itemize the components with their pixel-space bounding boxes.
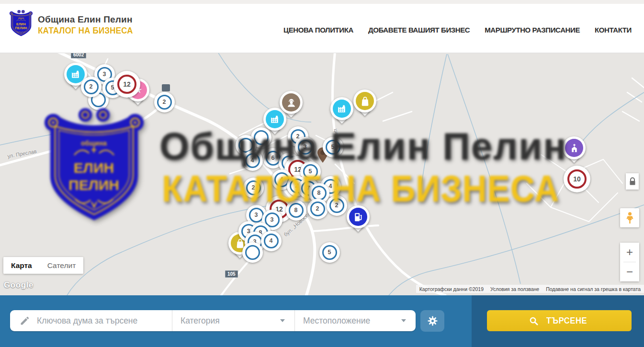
chevron-down-icon <box>401 319 406 322</box>
google-logo[interactable]: Google <box>4 280 34 290</box>
location-select[interactable]: Местоположение <box>294 310 416 331</box>
search-icon <box>529 316 538 325</box>
keyword-field <box>10 310 172 331</box>
main-nav: ЦЕНОВА ПОЛИТИКА ДОБАВЕТЕ ВАШИЯТ БИЗНЕС М… <box>283 7 632 53</box>
brand-title: Община Елин Пелин <box>38 14 136 25</box>
municipality-emblem-icon <box>9 9 34 38</box>
site-header: Община Елин Пелин КАТАЛОГ НА БИЗНЕСА ЦЕН… <box>0 0 644 53</box>
cluster-marker[interactable] <box>242 242 263 263</box>
map-type-control: Карта Сателит <box>3 257 83 274</box>
brand-logo[interactable]: Община Елин Пелин КАТАЛОГ НА БИЗНЕСА <box>9 9 136 38</box>
map-pin-shopping-bag[interactable] <box>353 90 376 112</box>
street-view-pegman-button[interactable] <box>620 208 639 227</box>
search-button-label: ТЪРСЕНЕ <box>546 315 587 326</box>
pegman-icon <box>624 212 636 224</box>
category-select[interactable]: Категория <box>172 310 294 331</box>
lock-button[interactable] <box>626 173 639 190</box>
lock-icon <box>629 177 636 186</box>
category-select-label: Категория <box>181 316 220 326</box>
cluster-marker[interactable]: 10 <box>564 166 590 192</box>
location-select-label: Местоположение <box>303 316 370 326</box>
cluster-marker[interactable]: 2 <box>81 77 102 97</box>
map-pin-factory[interactable] <box>330 97 353 120</box>
cluster-marker[interactable]: 5 <box>319 242 340 263</box>
search-bar: Категория Местоположение ТЪРСЕНЕ <box>0 295 644 347</box>
map-type-map-button[interactable]: Карта <box>3 257 40 274</box>
attribution-report-link[interactable]: Подаване на сигнал за грешка в картата <box>546 286 641 292</box>
nav-item-pricing-policy[interactable]: ЦЕНОВА ПОЛИТИКА <box>283 26 353 34</box>
cluster-marker[interactable]: 2 <box>154 92 175 112</box>
chevron-down-icon <box>280 319 285 322</box>
map-type-satellite-button[interactable]: Сателит <box>40 257 83 274</box>
zoom-in-button[interactable]: + <box>620 243 639 262</box>
map-pin-worker[interactable] <box>280 91 303 114</box>
cluster-marker[interactable]: 12 <box>113 71 140 98</box>
pencil-icon <box>20 316 30 326</box>
brand-subtitle: КАТАЛОГ НА БИЗНЕСА <box>38 26 133 36</box>
search-fields-group: Категория Местоположение <box>10 310 416 331</box>
nav-item-route-schedule[interactable]: МАРШРУТНО РАЗПИСАНИЕ <box>485 26 580 34</box>
watermark-subtitle: КАТАЛОГ НА БИЗНЕСА <box>162 168 559 210</box>
search-input[interactable] <box>36 315 153 326</box>
attribution-copyright: Картографски данни ©2019 <box>419 286 484 292</box>
map-attribution: Картографски данни ©2019 Условия за полз… <box>416 285 644 293</box>
nav-item-contacts[interactable]: КОНТАКТИ <box>595 26 632 34</box>
gear-icon <box>427 315 438 326</box>
zoom-control: + − <box>620 243 639 281</box>
top-strip <box>0 0 644 4</box>
zoom-out-button[interactable]: − <box>620 262 639 281</box>
search-button[interactable]: ТЪРСЕНЕ <box>487 310 632 331</box>
watermark-title: Община Елин Пелин <box>159 124 567 168</box>
settings-button[interactable] <box>420 310 444 332</box>
watermark-emblem <box>41 104 147 229</box>
attribution-terms-link[interactable]: Условия за ползване <box>490 286 539 292</box>
nav-item-add-your-business[interactable]: ДОБАВЕТЕ ВАШИЯТ БИЗНЕС <box>368 26 470 34</box>
cluster-marker[interactable]: 4 <box>261 231 282 251</box>
map-canvas[interactable]: 6002105ул. Преславбул. „Новоселции 32512… <box>0 53 644 295</box>
